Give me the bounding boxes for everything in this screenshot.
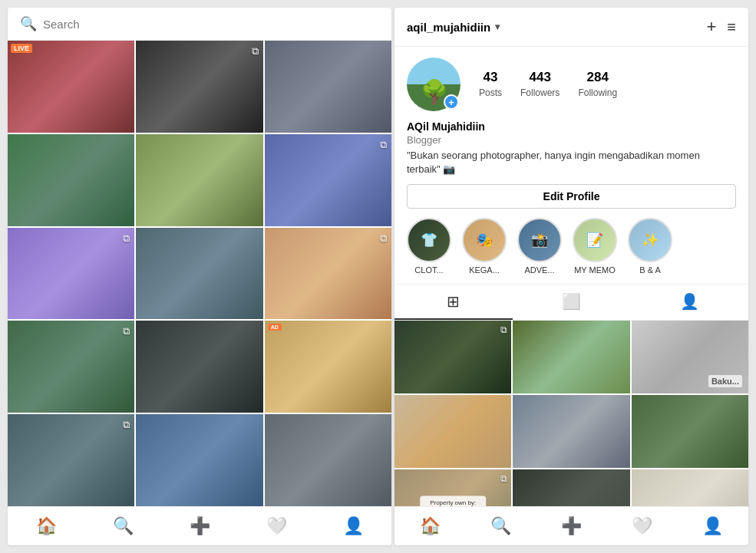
avatar-wrap: + [407,58,461,111]
search-input[interactable] [43,18,379,31]
watermark-line2: Gamonesia.com [426,505,480,506]
nav-add-icon[interactable]: ➕ [190,516,210,536]
profile-name: AQil Mujahidiin [407,120,736,133]
left-photo-grid: LIVE ⧉ ⧉ ⧉ [8,41,391,506]
stats-row: 43 Posts 443 Followers 284 Following [479,70,617,99]
right-grid-item-2[interactable] [513,321,629,393]
grid-item-10[interactable]: ⧉ [8,321,134,413]
grid-item-4[interactable] [8,134,134,226]
grid-item-14[interactable] [136,414,262,506]
edit-profile-button[interactable]: Edit Profile [407,184,736,209]
avatar-add-button[interactable]: + [444,94,459,110]
grid-item-8[interactable] [136,228,262,320]
right-grid-item-8[interactable] [513,469,629,506]
nav-home-icon[interactable]: 🏠 [36,516,57,536]
grid-item-1[interactable]: LIVE [8,41,134,133]
nav-person-icon[interactable]: 👤 [343,516,364,536]
following-stat[interactable]: 284 Following [578,70,617,99]
right-grid-item-6[interactable] [632,395,748,468]
left-panel: 🔍 LIVE ⧉ ⧉ [8,8,391,545]
grid-item-13[interactable]: ⧉ [8,414,134,506]
grid-item-9[interactable]: ⧉ [265,228,391,320]
followers-label: Followers [520,87,560,98]
highlight-clot[interactable]: 👕 CLOT... [407,218,451,275]
right-grid-item-9[interactable] [632,469,748,506]
followers-stat[interactable]: 443 Followers [520,70,560,99]
right-nav-home-icon[interactable]: 🏠 [420,516,441,536]
highlight-clot-circle: 👕 [407,218,451,262]
highlight-kega[interactable]: 🎭 KEGA... [462,218,507,275]
tab-grid[interactable]: ⊞ [395,285,513,320]
grid-item-12[interactable]: AD [265,321,391,413]
multi-icon-4: ⧉ [380,232,387,245]
multi-icon-6: ⧉ [123,419,130,431]
multi-icon-2: ⧉ [380,139,387,151]
right-grid-item-3[interactable]: Baku... [632,321,748,393]
feed-icon-tab: ⬜ [562,292,581,311]
following-label: Following [578,87,617,98]
tabs-row: ⊞ ⬜ 👤 [395,285,748,321]
watermark-line1: Property own by: [426,499,480,505]
grid-item-7[interactable]: ⧉ [8,228,134,320]
highlight-kega-circle: 🎭 [462,218,507,262]
highlight-memo[interactable]: 📝 MY MEMO [573,218,617,275]
grid-item-11[interactable] [136,321,262,413]
posts-stat[interactable]: 43 Posts [479,70,502,99]
right-grid-item-1[interactable]: ⧉ [395,321,511,393]
search-icon: 🔍 [20,15,37,32]
tagged-icon-tab: 👤 [680,292,699,311]
dropdown-arrow-icon[interactable]: ▾ [495,21,500,32]
right-bottom-nav: 🏠 🔍 ➕ 🤍 👤 [395,506,748,545]
multi-icon-5: ⧉ [123,325,130,337]
following-count: 284 [578,70,617,85]
add-post-icon[interactable]: + [706,17,716,37]
highlight-adve[interactable]: 📸 ADVE... [517,218,562,275]
highlight-kega-label: KEGA... [469,265,500,275]
highlight-adve-circle: 📸 [517,218,562,262]
highlight-ba-label: B & A [639,265,661,275]
right-grid-item-4[interactable] [395,395,511,468]
right-grid-item-5[interactable] [513,395,629,468]
right-nav-add-icon[interactable]: ➕ [561,516,582,536]
search-bar: 🔍 [8,8,391,41]
grid-item-5[interactable] [136,134,262,226]
highlight-memo-label: MY MEMO [574,265,616,275]
right-nav-person-icon[interactable]: 👤 [702,516,723,536]
grid-item-2[interactable]: ⧉ [136,41,262,133]
profile-header: aqil_mujahidiin ▾ + ≡ [395,8,748,47]
username-text[interactable]: aqil_mujahidiin [407,21,490,34]
multi-icon-3: ⧉ [123,232,130,245]
grid-multi-icon-7: ⧉ [500,473,507,484]
right-photo-grid: ⧉ Baku... ⧉ Property own by: Gamonesia.c… [395,321,748,506]
tab-tagged[interactable]: 👤 [630,285,748,320]
watermark: Property own by: Gamonesia.com [420,495,486,506]
highlight-clot-label: CLOT... [414,265,443,275]
profile-bio-label: Blogger [407,134,736,146]
right-nav-search-icon[interactable]: 🔍 [490,516,511,536]
nav-search-icon[interactable]: 🔍 [113,516,134,536]
menu-icon[interactable]: ≡ [727,18,736,36]
grid-item-15[interactable] [265,414,391,506]
posts-count: 43 [479,70,502,85]
profile-bio: "Bukan seorang photographer, hanya ingin… [407,149,736,176]
right-nav-heart-icon[interactable]: 🤍 [632,516,652,536]
highlight-ba-circle: ✨ [628,218,672,262]
rilis-tag: AD [268,324,282,331]
grid-item-3[interactable] [265,41,391,133]
live-tag: LIVE [11,44,32,53]
highlight-memo-circle: 📝 [573,218,617,262]
left-bottom-nav: 🏠 🔍 ➕ 🤍 👤 [8,506,391,545]
grid-multi-icon-1: ⧉ [500,324,507,335]
header-icons: + ≡ [706,17,736,37]
app-container: 🔍 LIVE ⧉ ⧉ [0,0,756,553]
grid-item-6[interactable]: ⧉ [265,134,391,226]
highlight-adve-label: ADVE... [524,265,554,275]
multi-icon: ⧉ [252,45,259,58]
grid-icon-tab: ⊞ [447,292,460,311]
right-grid-item-7[interactable]: ⧉ Property own by: Gamonesia.com [395,469,511,506]
profile-section: + 43 Posts 443 Followers 284 Following [395,47,748,209]
highlight-ba[interactable]: ✨ B & A [628,218,672,275]
tab-feed[interactable]: ⬜ [513,285,631,320]
nav-heart-icon[interactable]: 🤍 [266,516,287,536]
username-row: aqil_mujahidiin ▾ [407,21,500,34]
